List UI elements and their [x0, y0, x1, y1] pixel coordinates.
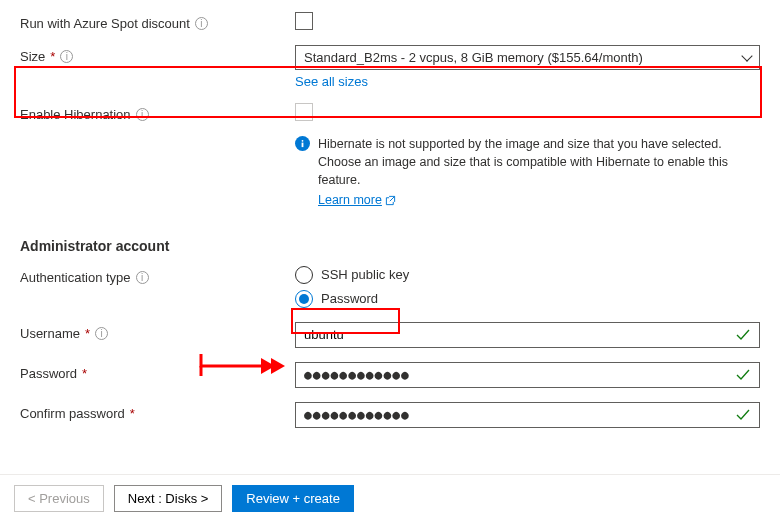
footer-bar: < Previous Next : Disks > Review + creat…: [0, 474, 780, 522]
svg-rect-1: [302, 143, 304, 148]
see-all-sizes-link[interactable]: See all sizes: [295, 74, 368, 89]
spot-checkbox[interactable]: [295, 12, 313, 30]
required-marker: *: [85, 326, 90, 341]
hibernation-label: Enable Hibernation: [20, 107, 131, 122]
info-icon[interactable]: i: [136, 108, 149, 121]
spot-label: Run with Azure Spot discount: [20, 16, 190, 31]
hibernation-checkbox[interactable]: [295, 103, 313, 121]
info-icon[interactable]: i: [95, 327, 108, 340]
hibernation-note: Hibernate is not supported by the image …: [318, 137, 728, 187]
auth-ssh-label: SSH public key: [321, 267, 409, 282]
size-label: Size: [20, 49, 45, 64]
username-input[interactable]: [304, 327, 735, 342]
username-label: Username: [20, 326, 80, 341]
auth-password-radio[interactable]: Password: [295, 290, 760, 308]
password-label: Password: [20, 366, 77, 381]
info-status-icon: [295, 136, 310, 151]
learn-more-link[interactable]: Learn more: [318, 191, 396, 209]
auth-type-label: Authentication type: [20, 270, 131, 285]
auth-ssh-radio[interactable]: SSH public key: [295, 266, 760, 284]
next-button[interactable]: Next : Disks >: [114, 485, 223, 512]
review-create-button[interactable]: Review + create: [232, 485, 354, 512]
required-marker: *: [50, 49, 55, 64]
chevron-down-icon: [741, 50, 752, 61]
check-icon: [735, 407, 751, 423]
auth-password-label: Password: [321, 291, 378, 306]
confirm-password-label: Confirm password: [20, 406, 125, 421]
info-icon[interactable]: i: [136, 271, 149, 284]
check-icon: [735, 367, 751, 383]
previous-button[interactable]: < Previous: [14, 485, 104, 512]
size-value: Standard_B2ms - 2 vcpus, 8 GiB memory ($…: [304, 50, 643, 65]
external-link-icon: [385, 195, 396, 206]
password-input[interactable]: ●●●●●●●●●●●●: [304, 367, 735, 382]
admin-section-title: Administrator account: [20, 238, 760, 254]
confirm-password-input[interactable]: ●●●●●●●●●●●●: [304, 407, 735, 422]
size-dropdown[interactable]: Standard_B2ms - 2 vcpus, 8 GiB memory ($…: [295, 45, 760, 70]
check-icon: [735, 327, 751, 343]
info-icon[interactable]: i: [195, 17, 208, 30]
required-marker: *: [130, 406, 135, 421]
required-marker: *: [82, 366, 87, 381]
info-icon[interactable]: i: [60, 50, 73, 63]
svg-point-0: [302, 140, 304, 142]
